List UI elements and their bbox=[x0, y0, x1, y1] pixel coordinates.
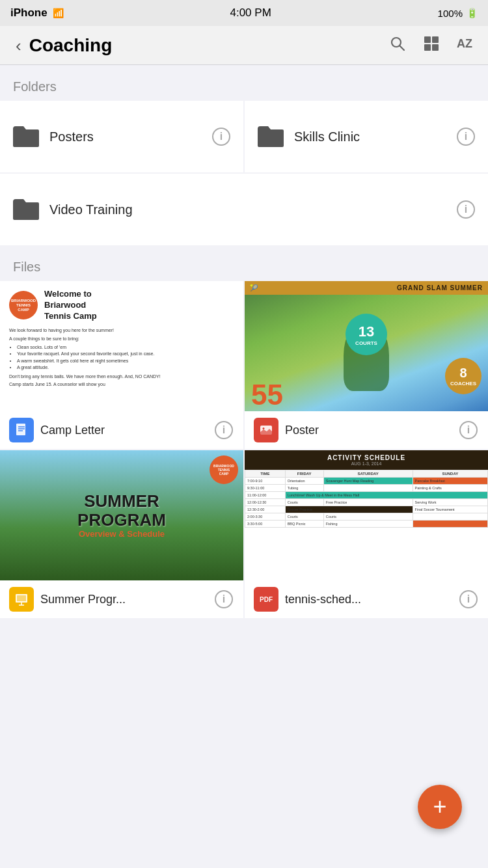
add-fab-icon: + bbox=[433, 795, 446, 819]
slides-icon bbox=[9, 587, 34, 612]
svg-rect-5 bbox=[432, 44, 439, 51]
back-button[interactable]: ‹ bbox=[10, 34, 27, 57]
schedule-row: 12:00-12:30 Courts Free Practice Serving… bbox=[245, 499, 488, 506]
summer-text: SUMMERPROGRAM Overview & Schedule bbox=[77, 492, 166, 539]
schedule-thumbnail: ACTIVITY SCHEDULE AUG 1-3, 2014 TIME FRI… bbox=[245, 450, 488, 580]
status-time: 4:00 PM bbox=[230, 7, 271, 20]
carrier-text: iPhone bbox=[10, 7, 47, 20]
camp-letter-footer: Camp Letter i bbox=[0, 411, 243, 449]
poster-thumbnail: 🎾 GRAND SLAM SUMMER 13 COURTS 8 COACHES … bbox=[245, 281, 488, 411]
battery-percent: 100% bbox=[438, 8, 463, 19]
schedule-date: AUG 1-3, 2014 bbox=[251, 461, 481, 466]
summer-thumbnail: BRIARWOODTENNISCAMP SUMMERPROGRAM Overvi… bbox=[0, 450, 243, 580]
summer-program-name: Summer Progr... bbox=[40, 593, 207, 606]
folder-icon bbox=[12, 198, 40, 221]
status-bar: iPhone 4:00 PM 100% 🔋 bbox=[0, 0, 488, 26]
files-label: Files bbox=[13, 260, 40, 274]
camp-letter-body: We look forward to having you here for t… bbox=[9, 327, 234, 388]
files-section-header: Files bbox=[0, 245, 488, 281]
poster-name: Poster bbox=[285, 424, 452, 437]
nav-bar: ‹ Coaching AZ bbox=[0, 26, 488, 65]
add-fab-button[interactable]: + bbox=[418, 785, 462, 829]
schedule-table: TIME FRIDAY SATURDAY SUNDAY 7:00-9:10 Or… bbox=[245, 470, 488, 528]
schedule-footer: PDF tennis-sched... i bbox=[245, 580, 488, 618]
schedule-row: 2:00-3:30 Courts Courts bbox=[245, 513, 488, 521]
battery-info: 100% 🔋 bbox=[438, 8, 478, 19]
pdf-icon: PDF bbox=[254, 587, 278, 612]
carrier-label: iPhone bbox=[10, 7, 64, 20]
svg-point-12 bbox=[263, 427, 265, 429]
file-item-summer-program[interactable]: BRIARWOODTENNISCAMP SUMMERPROGRAM Overvi… bbox=[0, 450, 243, 618]
file-item-poster[interactable]: 🎾 GRAND SLAM SUMMER 13 COURTS 8 COACHES … bbox=[245, 281, 488, 449]
files-grid: BRIARWOODTENNISCAMP Welcome toBriarwoodT… bbox=[0, 281, 488, 618]
info-button-skills-clinic[interactable]: i bbox=[455, 126, 476, 147]
grid-icon bbox=[423, 35, 440, 52]
briarwood-logo: BRIARWOODTENNISCAMP bbox=[9, 291, 38, 319]
poster-number: 55 bbox=[251, 379, 283, 411]
folders-section-header: Folders bbox=[0, 65, 488, 101]
schedule-row: 7:00-9:10 Orientation Scavenger Hunt Map… bbox=[245, 478, 488, 485]
schedule-title: ACTIVITY SCHEDULE bbox=[251, 454, 481, 461]
info-icon-video-training: i bbox=[457, 200, 475, 219]
info-button-camp-letter[interactable]: i bbox=[213, 420, 234, 441]
doc-icon bbox=[9, 418, 34, 442]
camp-letter-thumbnail: BRIARWOODTENNISCAMP Welcome toBriarwoodT… bbox=[0, 281, 243, 411]
info-icon-posters: i bbox=[212, 128, 230, 146]
coaches-badge: 8 COACHES bbox=[445, 358, 481, 394]
info-button-summer[interactable]: i bbox=[213, 589, 234, 610]
info-icon-skills-clinic: i bbox=[457, 128, 475, 146]
page-title: Coaching bbox=[29, 35, 113, 56]
folder-icon bbox=[12, 125, 40, 148]
info-button-video-training[interactable]: i bbox=[455, 199, 476, 220]
schedule-row: 11:00-12:00 Lunchtime! Wash Up & Meet in… bbox=[245, 492, 488, 499]
svg-rect-2 bbox=[424, 36, 431, 43]
svg-rect-4 bbox=[424, 44, 431, 51]
nav-actions: AZ bbox=[386, 33, 478, 59]
sort-az-icon: AZ bbox=[457, 35, 475, 52]
camp-letter-name: Camp Letter bbox=[40, 424, 207, 437]
nav-left: ‹ Coaching bbox=[10, 34, 112, 57]
courts-badge: 13 COURTS bbox=[346, 314, 387, 355]
folder-name-posters: Posters bbox=[49, 129, 211, 144]
svg-rect-7 bbox=[16, 424, 25, 435]
schedule-header: ACTIVITY SCHEDULE AUG 1-3, 2014 bbox=[245, 450, 488, 470]
poster-header-text: GRAND SLAM SUMMER bbox=[397, 284, 483, 292]
camp-letter-title: Welcome toBriarwoodTennis Camp bbox=[44, 289, 97, 322]
file-item-tennis-schedule[interactable]: ACTIVITY SCHEDULE AUG 1-3, 2014 TIME FRI… bbox=[245, 450, 488, 618]
folder-item-skills-clinic[interactable]: Skills Clinic i bbox=[245, 101, 488, 172]
battery-icon: 🔋 bbox=[467, 8, 478, 18]
file-item-camp-letter[interactable]: BRIARWOODTENNISCAMP Welcome toBriarwoodT… bbox=[0, 281, 243, 449]
poster-footer: Poster i bbox=[245, 411, 488, 449]
sort-button[interactable]: AZ bbox=[454, 33, 478, 59]
summer-footer: Summer Progr... i bbox=[0, 580, 243, 618]
folder-name-skills-clinic: Skills Clinic bbox=[294, 129, 455, 144]
wifi-icon bbox=[53, 7, 64, 20]
search-icon bbox=[389, 35, 406, 52]
image-icon bbox=[254, 418, 278, 442]
info-button-schedule[interactable]: i bbox=[458, 589, 479, 610]
schedule-row: 3:30-5:00 BBQ Picnic Fishing bbox=[245, 521, 488, 528]
svg-rect-3 bbox=[432, 36, 439, 43]
summer-logo: BRIARWOODTENNISCAMP bbox=[210, 455, 238, 484]
svg-line-1 bbox=[400, 46, 405, 50]
svg-text:AZ: AZ bbox=[457, 37, 472, 50]
info-button-posters[interactable]: i bbox=[211, 126, 232, 147]
svg-rect-14 bbox=[17, 595, 26, 601]
info-button-poster[interactable]: i bbox=[458, 420, 479, 441]
grid-view-button[interactable] bbox=[420, 33, 442, 59]
folders-label: Folders bbox=[13, 79, 57, 94]
schedule-row: 12:30-2:00 Soccer Practice Final Soccer … bbox=[245, 506, 488, 513]
schedule-row: 9:30-11:00 Tubing Painting & Crafts bbox=[245, 485, 488, 492]
folders-grid: Posters i Skills Clinic i Video Training… bbox=[0, 101, 488, 245]
schedule-name: tennis-sched... bbox=[285, 593, 452, 606]
folder-item-video-training[interactable]: Video Training i bbox=[0, 174, 488, 245]
folder-name-video-training: Video Training bbox=[49, 202, 455, 217]
folder-icon bbox=[256, 125, 285, 148]
search-button[interactable] bbox=[386, 33, 409, 59]
folder-item-posters[interactable]: Posters i bbox=[0, 101, 243, 172]
